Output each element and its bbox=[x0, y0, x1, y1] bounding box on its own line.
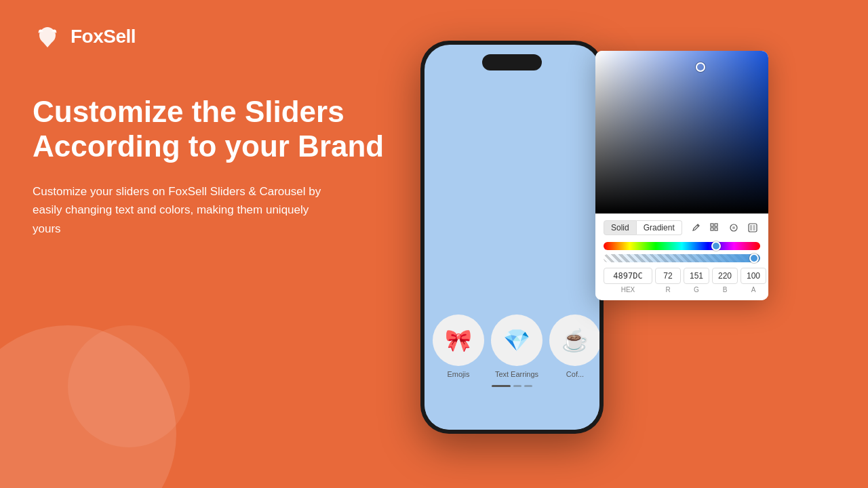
r-label: R bbox=[665, 286, 670, 293]
svg-point-6 bbox=[732, 226, 735, 229]
a-label: A bbox=[751, 286, 756, 293]
value-inputs: HEX R G B A bbox=[604, 268, 760, 293]
hue-slider-row bbox=[604, 242, 760, 250]
picker-tools bbox=[688, 220, 760, 235]
product-img-coffee: ☕ bbox=[549, 314, 599, 366]
palette-icon[interactable] bbox=[745, 220, 760, 235]
phone-mockup: 🎀 Emojis 💎 Text Earrings ☕ bbox=[420, 41, 604, 434]
r-input[interactable] bbox=[655, 268, 681, 284]
alpha-thumb[interactable] bbox=[749, 253, 759, 263]
tab-dot-active bbox=[492, 385, 511, 387]
foxsell-logo-icon bbox=[33, 22, 62, 52]
product-img-earrings: 💎 bbox=[491, 314, 542, 366]
phone-tab-indicators bbox=[425, 385, 599, 387]
phone-frame: 🎀 Emojis 💎 Text Earrings ☕ bbox=[420, 41, 604, 434]
product-img-emojis: 🎀 bbox=[433, 314, 484, 366]
a-input-group: A bbox=[741, 268, 766, 293]
tab-dot-1 bbox=[513, 385, 521, 387]
grid-icon[interactable] bbox=[707, 220, 722, 235]
svg-rect-2 bbox=[715, 224, 717, 226]
product-label-earrings: Text Earrings bbox=[495, 370, 538, 378]
product-label-coffee: Cof... bbox=[566, 370, 584, 378]
hex-label: HEX bbox=[621, 286, 635, 293]
svg-rect-8 bbox=[750, 225, 752, 230]
b-input[interactable] bbox=[712, 268, 738, 284]
hue-thumb[interactable] bbox=[711, 241, 721, 251]
b-label: B bbox=[723, 286, 728, 293]
g-label: G bbox=[694, 286, 699, 293]
gradient-cursor[interactable] bbox=[696, 62, 705, 72]
tab-solid[interactable]: Solid bbox=[604, 220, 637, 235]
phone-screen: 🎀 Emojis 💎 Text Earrings ☕ bbox=[425, 45, 599, 430]
hex-input[interactable] bbox=[604, 268, 652, 284]
svg-rect-3 bbox=[711, 228, 713, 230]
color-picker-panel: Solid Gradient bbox=[595, 51, 768, 300]
a-input[interactable] bbox=[741, 268, 766, 284]
picker-tabs-row: Solid Gradient bbox=[604, 220, 760, 235]
phone-product-coffee: ☕ Cof... bbox=[549, 314, 599, 378]
g-input[interactable] bbox=[684, 268, 709, 284]
g-input-group: G bbox=[684, 268, 709, 293]
logo-text: FoxSell bbox=[71, 26, 136, 47]
picker-controls: Solid Gradient bbox=[595, 214, 768, 300]
bg-decoration-circle-2 bbox=[68, 325, 190, 447]
b-input-group: B bbox=[712, 268, 738, 293]
logo-area: FoxSell bbox=[33, 22, 136, 52]
svg-rect-1 bbox=[711, 224, 713, 226]
phone-product-earrings: 💎 Text Earrings bbox=[491, 314, 542, 378]
product-label-emojis: Emojis bbox=[447, 370, 469, 378]
hero-description: Customize your sliders on FoxSell Slider… bbox=[33, 182, 331, 238]
r-input-group: R bbox=[655, 268, 681, 293]
alpha-slider-track[interactable] bbox=[604, 254, 760, 262]
eyedropper-icon[interactable] bbox=[688, 220, 703, 235]
svg-rect-7 bbox=[749, 224, 757, 232]
color-gradient-area[interactable] bbox=[595, 51, 768, 214]
tab-gradient[interactable]: Gradient bbox=[637, 220, 682, 235]
phone-products-row: 🎀 Emojis 💎 Text Earrings ☕ bbox=[425, 308, 599, 378]
color-wheel-icon[interactable] bbox=[726, 220, 741, 235]
hue-slider-track[interactable] bbox=[604, 242, 760, 250]
phone-notch bbox=[482, 54, 542, 70]
tab-dot-2 bbox=[524, 385, 532, 387]
svg-rect-4 bbox=[715, 228, 717, 230]
hero-content: Customize the Sliders According to your … bbox=[33, 95, 385, 238]
svg-rect-9 bbox=[753, 225, 755, 230]
main-heading: Customize the Sliders According to your … bbox=[33, 95, 385, 163]
phone-slider-section: 🎀 Emojis 💎 Text Earrings ☕ bbox=[425, 308, 599, 430]
hex-input-group: HEX bbox=[604, 268, 652, 293]
phone-product-emojis: 🎀 Emojis bbox=[433, 314, 484, 378]
